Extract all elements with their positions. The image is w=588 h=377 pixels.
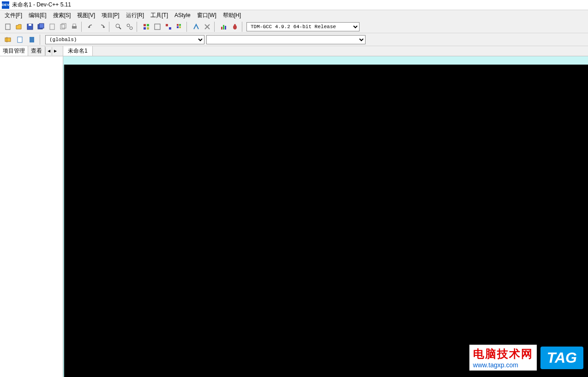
svg-rect-4 [39, 24, 44, 28]
sidebar-tab-view[interactable]: 查看 [28, 46, 45, 56]
editor-tabs: 未命名1 [63, 46, 588, 56]
svg-rect-24 [179, 26, 181, 28]
sidebar-tab-nav: ◀ ▶ [45, 46, 58, 56]
svg-point-10 [116, 24, 120, 28]
titlebar: DEV 未命名1 - Dev-C++ 5.11 [0, 0, 588, 10]
menu-search[interactable]: 搜索[S] [50, 11, 74, 20]
svg-rect-16 [144, 27, 146, 30]
menu-astyle[interactable]: AStyle [172, 11, 193, 19]
print-button[interactable] [69, 22, 79, 32]
separator [137, 22, 139, 32]
new-class-button[interactable] [3, 35, 13, 45]
save-button[interactable] [25, 22, 35, 32]
separator [109, 22, 112, 32]
svg-rect-28 [223, 25, 224, 30]
sidebar-nav-right-icon[interactable]: ▶ [52, 47, 58, 55]
menu-window[interactable]: 窗口[W] [194, 11, 219, 20]
svg-rect-27 [221, 27, 222, 30]
watermark: 电脑技术网 www.tagxp.com TAG [469, 345, 583, 371]
run-button[interactable] [152, 22, 162, 32]
svg-rect-14 [144, 24, 146, 26]
separator [242, 22, 245, 32]
svg-rect-34 [18, 37, 22, 42]
open-button[interactable] [14, 22, 24, 32]
svg-point-13 [130, 27, 132, 30]
watermark-text: 电脑技术网 www.tagxp.com [469, 345, 537, 371]
editor-area: 未命名1 [63, 46, 588, 377]
svg-rect-0 [6, 24, 10, 30]
editor-tab-1[interactable]: 未命名1 [63, 46, 93, 56]
debug-bug-button[interactable] [230, 22, 240, 32]
separator [40, 35, 42, 45]
svg-rect-17 [147, 27, 149, 30]
watermark-tag: TAG [540, 347, 583, 369]
svg-rect-22 [179, 24, 181, 26]
svg-rect-5 [50, 24, 54, 30]
menu-tools[interactable]: 工具[T] [148, 11, 171, 20]
separator [81, 22, 84, 32]
svg-rect-19 [166, 24, 168, 26]
svg-rect-15 [147, 24, 149, 26]
svg-rect-23 [177, 26, 179, 28]
current-line-highlight [63, 56, 588, 65]
svg-rect-18 [155, 24, 160, 30]
code-area[interactable] [64, 65, 588, 377]
close-button[interactable] [47, 22, 57, 32]
menu-view[interactable]: 视图[V] [74, 11, 98, 20]
svg-rect-9 [73, 24, 76, 26]
svg-line-11 [119, 27, 121, 29]
svg-rect-29 [225, 26, 226, 30]
editor-body[interactable] [63, 56, 588, 377]
compile-button[interactable] [141, 22, 151, 32]
svg-rect-32 [5, 38, 11, 42]
save-all-button[interactable] [36, 22, 46, 32]
rebuild-button[interactable] [174, 22, 185, 32]
close-all-button[interactable] [58, 22, 68, 32]
menu-help[interactable]: 帮助[H] [220, 11, 244, 20]
bookmark-button[interactable] [27, 35, 37, 45]
menu-edit[interactable]: 编辑[E] [26, 11, 49, 20]
watermark-line1: 电脑技术网 [473, 347, 533, 361]
svg-rect-20 [169, 27, 171, 30]
undo-button[interactable] [86, 22, 96, 32]
svg-rect-2 [29, 24, 31, 26]
debug-button[interactable] [191, 22, 201, 32]
toolbar-classes: (globals) [0, 33, 588, 46]
stop-button[interactable] [202, 22, 212, 32]
sidebar: 项目管理 查看 ◀ ▶ [0, 46, 63, 377]
menu-run[interactable]: 运行[R] [123, 11, 147, 20]
redo-button[interactable] [97, 22, 107, 32]
window-title: 未命名1 - Dev-C++ 5.11 [12, 1, 71, 9]
main-area: 项目管理 查看 ◀ ▶ 未命名1 [0, 46, 588, 377]
compiler-select[interactable]: TDM-GCC 4.9.2 64-bit Release [246, 22, 360, 31]
toolbar-main: TDM-GCC 4.9.2 64-bit Release [0, 20, 588, 33]
sidebar-nav-left-icon[interactable]: ◀ [45, 47, 52, 55]
menu-file[interactable]: 文件[F] [2, 11, 25, 20]
profile-button[interactable] [219, 22, 229, 32]
watermark-line2: www.tagxp.com [473, 361, 533, 369]
menubar: 文件[F] 编辑[E] 搜索[S] 视图[V] 项目[P] 运行[R] 工具[T… [0, 10, 588, 20]
goto-button[interactable] [15, 35, 25, 45]
menu-project[interactable]: 项目[P] [99, 11, 122, 20]
separator [186, 22, 189, 32]
globals-select[interactable]: (globals) [45, 35, 204, 44]
symbols-select[interactable] [206, 35, 366, 44]
editor-content[interactable] [63, 65, 588, 377]
app-icon: DEV [2, 1, 9, 9]
svg-point-12 [127, 24, 130, 27]
new-file-button[interactable] [3, 22, 13, 32]
replace-button[interactable] [125, 22, 135, 32]
svg-rect-21 [177, 24, 179, 26]
sidebar-tabs: 项目管理 查看 ◀ ▶ [0, 46, 63, 56]
sidebar-tab-project[interactable]: 项目管理 [0, 46, 28, 56]
svg-rect-35 [30, 37, 34, 42]
separator [214, 22, 217, 32]
find-button[interactable] [114, 22, 124, 32]
compile-run-button[interactable] [163, 22, 174, 32]
svg-point-31 [234, 24, 236, 26]
